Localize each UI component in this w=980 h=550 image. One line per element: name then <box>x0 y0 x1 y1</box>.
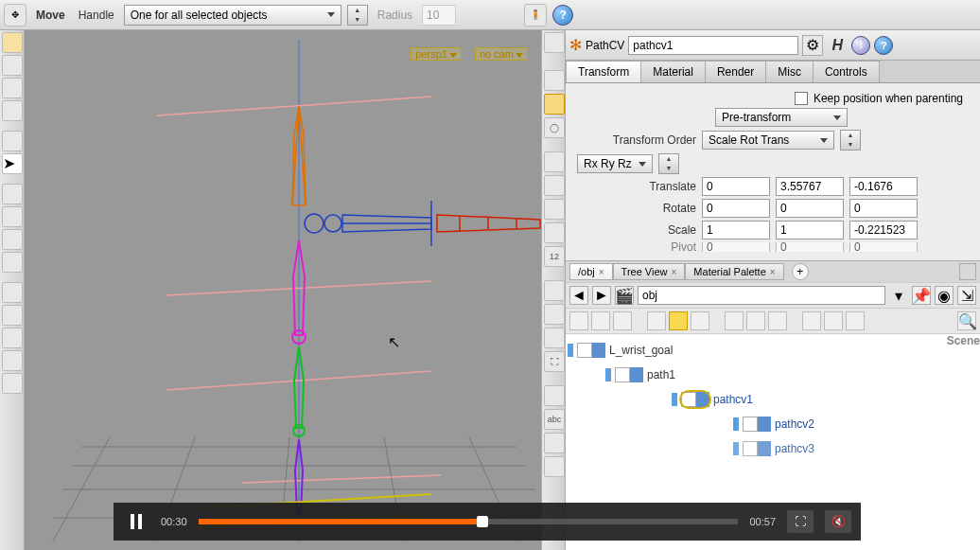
vp-btn-d[interactable] <box>544 222 565 243</box>
tool-snap-5[interactable] <box>2 373 23 394</box>
display-flag[interactable] <box>672 393 677 406</box>
scale-y[interactable] <box>776 221 844 240</box>
ib-8[interactable] <box>746 311 765 330</box>
pivot-stepper[interactable]: ▲▼ <box>347 5 368 26</box>
vp-btn-12[interactable]: 12 <box>544 246 565 267</box>
vp-btn-h[interactable] <box>544 385 565 406</box>
tree-node[interactable]: path1 <box>566 363 980 387</box>
rot-order-select[interactable]: Rx Ry Rz <box>577 154 653 173</box>
close-icon[interactable]: × <box>672 267 677 277</box>
transform-order-select[interactable]: Scale Rot Trans <box>702 131 834 150</box>
radius-input[interactable]: 10 <box>422 5 456 26</box>
seek-bar[interactable] <box>199 519 739 524</box>
tool-xform-2[interactable] <box>2 206 23 227</box>
ib-3[interactable] <box>613 311 632 330</box>
tool-snap-1[interactable] <box>2 282 23 303</box>
display-flag[interactable] <box>733 442 739 455</box>
help-button-panel[interactable]: ? <box>874 36 893 55</box>
vp-sphere-icon[interactable]: ◯ <box>544 117 565 138</box>
network-path-input[interactable] <box>638 286 885 305</box>
tree-node[interactable]: pathcv3 <box>566 436 980 461</box>
tool-xform-4[interactable] <box>2 252 23 273</box>
vp-btn-i[interactable] <box>544 433 565 453</box>
close-icon[interactable]: × <box>599 267 604 277</box>
display-flag[interactable] <box>568 344 573 357</box>
ib-10[interactable] <box>802 311 821 330</box>
vp-expand-icon[interactable]: ⛶ <box>544 351 565 372</box>
tool-snap-3[interactable] <box>2 328 23 348</box>
keep-position-checkbox[interactable] <box>795 92 808 105</box>
pivot-x[interactable] <box>702 242 770 252</box>
rotate-x[interactable] <box>702 199 770 218</box>
tool-2[interactable] <box>2 55 23 76</box>
help-button[interactable]: ? <box>552 5 573 26</box>
vp-btn-a[interactable] <box>544 151 565 172</box>
tab-transform[interactable]: Transform <box>566 61 641 82</box>
translate-y[interactable] <box>776 177 844 196</box>
h-button[interactable]: H <box>827 37 848 54</box>
stickman-icon[interactable]: 🧍 <box>524 4 547 27</box>
nav-back-button[interactable]: ◄ <box>569 286 588 305</box>
vp-btn-b[interactable] <box>544 175 565 196</box>
tree-node[interactable]: pathcv2 <box>566 412 980 436</box>
translate-x[interactable] <box>702 177 770 196</box>
vp-btn-f[interactable] <box>544 304 565 325</box>
ib-11[interactable] <box>824 311 843 330</box>
tab-misc[interactable]: Misc <box>765 61 814 82</box>
info-button[interactable]: i <box>851 36 870 55</box>
tab-obj[interactable]: /obj× <box>569 263 613 280</box>
pause-button[interactable] <box>123 508 149 535</box>
rotate-y[interactable] <box>776 199 844 218</box>
handle-label[interactable]: Handle <box>75 9 118 22</box>
vp-btn-abc[interactable]: abc <box>544 409 565 430</box>
tab-render[interactable]: Render <box>705 61 766 82</box>
fullscreen-button[interactable]: ⛶ <box>787 510 814 533</box>
tab-controls[interactable]: Controls <box>813 61 880 82</box>
tool-select-icon[interactable] <box>2 131 23 151</box>
ib-5[interactable] <box>669 311 688 330</box>
pivot-y[interactable] <box>776 242 844 252</box>
tool-xform-3[interactable] <box>2 229 23 250</box>
clapper-icon[interactable]: 🎬 <box>615 286 634 305</box>
vp-btn-e[interactable] <box>544 280 565 301</box>
display-flag[interactable] <box>733 417 739 431</box>
tab-tree-view[interactable]: Tree View× <box>613 263 686 280</box>
ib-12[interactable] <box>846 311 865 330</box>
pin-icon[interactable]: 📌 <box>912 286 931 305</box>
gear-icon[interactable]: ⚙ <box>802 35 823 56</box>
maximize-icon[interactable] <box>959 263 976 280</box>
xform-order-stepper[interactable]: ▲▼ <box>840 130 861 151</box>
rotate-z[interactable] <box>849 199 918 218</box>
display-flag[interactable] <box>605 368 611 381</box>
tool-brush-icon[interactable] <box>2 78 23 98</box>
ib-search-icon[interactable]: 🔍 <box>957 311 976 330</box>
ib-7[interactable] <box>725 311 744 330</box>
vp-btn-1[interactable] <box>544 32 565 53</box>
tool-snap-4[interactable] <box>2 350 23 371</box>
tool-flame-icon[interactable] <box>2 32 23 53</box>
rot-order-stepper[interactable]: ▲▼ <box>658 153 679 174</box>
mute-button[interactable]: 🔇 <box>825 510 851 533</box>
ib-4[interactable] <box>647 311 666 330</box>
vp-btn-g[interactable] <box>544 328 565 348</box>
pretransform-select[interactable]: Pre-transform <box>715 108 848 127</box>
pivot-z[interactable] <box>849 242 918 252</box>
move-tool-icon[interactable]: ✥ <box>4 4 26 27</box>
tool-xform-1[interactable] <box>2 184 23 204</box>
ib-6[interactable] <box>691 311 709 330</box>
scale-x[interactable] <box>702 221 770 240</box>
ib-2[interactable] <box>591 311 610 330</box>
translate-z[interactable] <box>849 177 918 196</box>
refresh-icon[interactable]: ◉ <box>935 286 954 305</box>
vp-light-icon[interactable] <box>544 94 565 115</box>
ib-1[interactable] <box>569 311 588 330</box>
viewport[interactable]: persp1 no cam <box>25 30 541 550</box>
path-dropdown[interactable]: ▾ <box>889 286 908 305</box>
vp-btn-c[interactable] <box>544 199 565 220</box>
tree-node[interactable]: L_wrist_goal <box>566 338 980 363</box>
vp-camera-icon[interactable] <box>544 70 565 91</box>
close-icon[interactable]: × <box>770 267 776 277</box>
vp-btn-j[interactable] <box>544 456 565 477</box>
add-tab-button[interactable]: + <box>792 263 809 280</box>
tool-arrow-icon[interactable]: ➤ <box>2 153 23 174</box>
